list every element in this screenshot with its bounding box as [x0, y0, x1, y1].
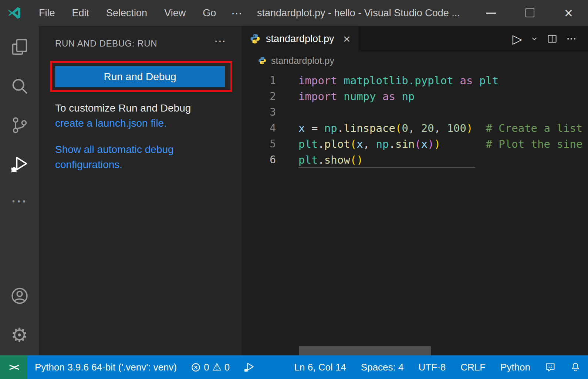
- titlebar: FileEditSelectionViewGo ⋯ standardplot.p…: [0, 0, 588, 26]
- window-controls: ×: [472, 0, 588, 26]
- auto-debug-link[interactable]: Show all automatic debug configurations.: [55, 144, 174, 170]
- code-lines: 1import matplotlib.pyplot as plt2import …: [241, 72, 588, 168]
- cursor-position[interactable]: Ln 6, Col 14: [287, 355, 354, 379]
- window-title: standardplot.py - hello - Visual Studio …: [257, 0, 460, 26]
- account-icon[interactable]: [0, 276, 39, 315]
- tab-close-icon[interactable]: ×: [343, 33, 351, 45]
- run-and-debug-icon[interactable]: [0, 145, 39, 184]
- code-line-4[interactable]: 4x = np.linspace(0, 20, 100) # Create a …: [241, 120, 588, 136]
- customize-text: To customize Run and Debug create a laun…: [55, 100, 233, 131]
- line-content: import matplotlib.pyplot as plt: [298, 74, 499, 87]
- main-area: ⋯ ⚙ RUN AND DEBUG: RUN ⋯ Run and Debug T…: [0, 26, 588, 355]
- code-line-3[interactable]: 3: [241, 104, 588, 120]
- line-number: 3: [241, 106, 276, 118]
- menu-selection[interactable]: Selection: [98, 0, 156, 26]
- status-bar: >< Python 3.9.6 64-bit ('.venv': venv) 0…: [0, 355, 588, 379]
- eol-sequence[interactable]: CRLF: [453, 355, 493, 379]
- line-number: 5: [241, 138, 276, 150]
- error-icon: [191, 362, 201, 372]
- vscode-logo-icon: [7, 5, 22, 21]
- editor-actions: ▷: [510, 26, 588, 52]
- launch-json-link[interactable]: create a launch.json file.: [55, 117, 167, 129]
- activity-bar: ⋯ ⚙: [0, 26, 39, 355]
- warning-icon: ⚠: [212, 362, 222, 372]
- line-content: plt.plot(x, np.sin(x)) # Plot the sine: [298, 138, 582, 150]
- menu-file[interactable]: File: [30, 0, 64, 26]
- breadcrumb[interactable]: standardplot.py: [241, 52, 588, 69]
- menu-view[interactable]: View: [156, 0, 194, 26]
- status-bar-right: Ln 6, Col 14 Spaces: 4 UTF-8 CRLF Python: [287, 355, 588, 379]
- run-debug-sidebar: RUN AND DEBUG: RUN ⋯ Run and Debug To cu…: [39, 26, 241, 355]
- code-line-1[interactable]: 1import matplotlib.pyplot as plt: [241, 72, 588, 88]
- tab-standardplot[interactable]: standardplot.py ×: [241, 26, 358, 52]
- remote-indicator[interactable]: ><: [0, 355, 27, 379]
- line-content: plt.show(): [298, 154, 363, 166]
- line-content: x = np.linspace(0, 20, 100) # Create a l…: [298, 122, 582, 134]
- python-interpreter-label: Python 3.9.6 64-bit ('.venv': venv): [35, 362, 177, 373]
- line-number: 6: [241, 154, 276, 166]
- customize-text-line: To customize Run and Debug: [55, 102, 191, 114]
- encoding-label: UTF-8: [418, 362, 446, 373]
- settings-gear-icon[interactable]: ⚙: [0, 315, 39, 355]
- problems-indicator[interactable]: 0 ⚠ 0: [184, 355, 236, 379]
- tab-label: standardplot.py: [266, 33, 334, 45]
- language-mode[interactable]: Python: [493, 355, 538, 379]
- language-label: Python: [500, 362, 530, 373]
- minimize-button[interactable]: [472, 0, 510, 26]
- code-line-5[interactable]: 5plt.plot(x, np.sin(x)) # Plot the sine: [241, 136, 588, 152]
- code-editor[interactable]: 1import matplotlib.pyplot as plt2import …: [241, 69, 588, 355]
- sidebar-title: RUN AND DEBUG: RUN: [39, 26, 241, 49]
- python-file-icon: [258, 56, 267, 65]
- maximize-button[interactable]: [510, 0, 549, 26]
- editor-group: standardplot.py × ▷: [241, 26, 588, 355]
- run-dropdown-chevron-icon[interactable]: [527, 35, 541, 43]
- tab-bar: standardplot.py × ▷: [241, 26, 588, 52]
- source-control-icon[interactable]: [0, 106, 39, 145]
- breadcrumb-file[interactable]: standardplot.py: [271, 55, 334, 66]
- explorer-icon[interactable]: [0, 27, 39, 66]
- code-line-6[interactable]: 6plt.show(): [241, 152, 588, 168]
- vscode-window: FileEditSelectionViewGo ⋯ standardplot.p…: [0, 0, 588, 379]
- menu-more[interactable]: ⋯: [224, 0, 250, 26]
- search-icon[interactable]: [0, 66, 39, 106]
- line-number: 1: [241, 74, 276, 86]
- line-number: 4: [241, 122, 276, 134]
- eol-label: CRLF: [460, 362, 486, 373]
- split-editor-icon[interactable]: [544, 33, 561, 44]
- cursor-position-label: Ln 6, Col 14: [294, 362, 346, 373]
- more-actions-icon[interactable]: ⋯: [0, 184, 39, 223]
- menubar: FileEditSelectionViewGo: [30, 0, 224, 26]
- menu-go[interactable]: Go: [194, 0, 224, 26]
- indentation-label: Spaces: 4: [361, 362, 404, 373]
- notifications-bell-icon[interactable]: [563, 355, 588, 379]
- editor-more-actions-icon[interactable]: [563, 33, 580, 44]
- sidebar-more-actions-icon[interactable]: ⋯: [214, 34, 227, 48]
- indentation[interactable]: Spaces: 4: [354, 355, 411, 379]
- highlight-annotation: [50, 61, 232, 92]
- auto-debug-text: Show all automatic debug configurations.: [55, 142, 229, 172]
- minimize-icon: [486, 13, 496, 14]
- code-line-2[interactable]: 2import numpy as np: [241, 88, 588, 104]
- run-python-file-icon[interactable]: ▷: [510, 33, 525, 45]
- line-number: 2: [241, 90, 276, 102]
- error-count: 0: [204, 362, 209, 373]
- line-content: import numpy as np: [298, 90, 415, 103]
- python-interpreter[interactable]: Python 3.9.6 64-bit ('.venv': venv): [27, 355, 184, 379]
- menu-edit[interactable]: Edit: [64, 0, 98, 26]
- feedback-smiley-icon[interactable]: [538, 355, 563, 379]
- python-file-icon: [250, 33, 261, 44]
- debug-status-icon[interactable]: [236, 355, 262, 379]
- horizontal-scrollbar[interactable]: [299, 346, 431, 355]
- close-button[interactable]: ×: [549, 0, 588, 26]
- maximize-icon: [526, 8, 534, 17]
- encoding[interactable]: UTF-8: [411, 355, 453, 379]
- warning-count: 0: [224, 362, 230, 373]
- activity-bar-bottom: ⚙: [0, 276, 39, 355]
